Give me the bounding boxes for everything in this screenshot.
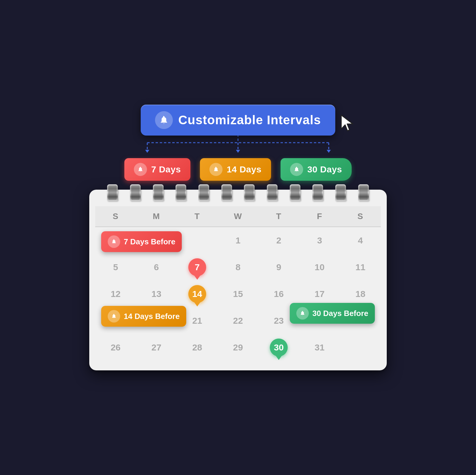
cal-cell-22: 22 (217, 312, 258, 329)
cal-cell-4: 4 (340, 232, 381, 249)
spiral-9 (290, 184, 300, 201)
cal-cell-6: 6 (136, 259, 177, 276)
cal-cell-28: 28 (177, 339, 217, 356)
badge-14days: 14 Days (200, 158, 271, 181)
cal-cell-10: 10 (299, 259, 340, 276)
day-circle-30: 30 (270, 339, 288, 356)
spiral-12 (358, 184, 369, 201)
weekday-sun: S (95, 206, 136, 227)
cal-cell-7: 7 (177, 255, 217, 280)
spiral-binding (89, 184, 387, 201)
calendar-header: S M T W T F S (95, 206, 381, 227)
day-circle-7: 7 (188, 258, 206, 276)
cal-cell-1: 1 (217, 232, 258, 249)
cal-cell-11: 11 (340, 259, 381, 276)
svg-marker-7 (236, 150, 240, 153)
bell-30days-icon (290, 163, 303, 176)
badge-14days-label: 14 Days (227, 164, 262, 174)
spiral-5 (198, 184, 209, 201)
main-scene: Customizable Intervals (74, 105, 402, 370)
cal-cell-9: 9 (259, 259, 299, 276)
svg-marker-6 (145, 150, 149, 153)
label-30days-before: 30 Days Before (290, 303, 375, 324)
label-14days-before-text: 14 Days Before (124, 312, 180, 321)
spiral-7 (244, 184, 255, 201)
customizable-intervals-button[interactable]: Customizable Intervals (141, 105, 335, 136)
cal-cell-12: 12 (95, 285, 136, 303)
label-14days-before: 14 Days Before (101, 306, 186, 327)
bell-30days-before-icon (296, 307, 309, 320)
spiral-8 (267, 184, 278, 201)
svg-marker-0 (341, 115, 353, 131)
bell-7days-before-icon (108, 235, 120, 248)
spiral-3 (153, 184, 164, 201)
svg-marker-8 (327, 150, 331, 153)
bell-icon (155, 111, 173, 129)
weekday-wed: W (217, 206, 258, 227)
cal-cell-15: 15 (217, 285, 258, 303)
cal-cell-3: 3 (299, 232, 340, 249)
cal-cell-empty-3 (177, 237, 217, 244)
cal-row-2: 5 6 7 8 9 10 11 (95, 254, 381, 281)
weekday-mon: M (136, 206, 177, 227)
bell-14days-icon (209, 163, 223, 176)
calendar: S M T W T F S 7 Days Before (89, 190, 387, 370)
cal-cell-31: 31 (299, 339, 340, 356)
label-7days-before: 7 Days Before (101, 231, 182, 252)
calendar-grid: 7 Days Before 1 2 3 4 5 6 7 8 9 (95, 227, 381, 361)
cal-cell-14: 14 (177, 281, 217, 306)
cal-row-5: 26 27 28 29 30 31 (95, 334, 381, 361)
cal-cell-5: 5 (95, 259, 136, 276)
top-area: Customizable Intervals (141, 105, 335, 136)
weekday-tue: T (177, 206, 217, 227)
spiral-11 (335, 184, 346, 201)
cal-cell-30: 30 (259, 335, 299, 360)
label-30days-before-text: 30 Days Before (312, 309, 368, 318)
badges-row: 7 Days 14 Days 30 Days (124, 158, 352, 181)
badge-30days: 30 Days (281, 158, 352, 181)
bell-14days-before-icon (108, 310, 120, 323)
cal-cell-27: 27 (136, 339, 177, 356)
cal-cell-13: 13 (136, 285, 177, 303)
cal-cell-29: 29 (217, 339, 258, 356)
cal-cell-2: 2 (259, 232, 299, 249)
spiral-6 (221, 184, 232, 201)
day-circle-14: 14 (188, 285, 206, 303)
bell-7days-icon (134, 163, 147, 176)
badge-30days-label: 30 Days (307, 164, 342, 174)
cal-cell-26: 26 (95, 339, 136, 356)
cal-cell-empty-end (340, 344, 381, 351)
button-label: Customizable Intervals (178, 113, 321, 127)
badge-7days: 7 Days (124, 158, 190, 181)
cursor-icon (340, 114, 356, 134)
spiral-2 (130, 184, 141, 201)
label-7days-before-text: 7 Days Before (124, 237, 175, 246)
badge-7days-label: 7 Days (151, 164, 181, 174)
cal-cell-17: 17 (299, 285, 340, 303)
spiral-10 (312, 184, 323, 201)
weekday-thu: T (259, 206, 299, 227)
weekday-sat: S (340, 206, 381, 227)
spiral-4 (176, 184, 186, 201)
connector-lines (104, 134, 372, 158)
cal-cell-18: 18 (340, 285, 381, 303)
spiral-1 (107, 184, 118, 201)
weekday-fri: F (299, 206, 340, 227)
cal-cell-16: 16 (259, 285, 299, 303)
cal-cell-8: 8 (217, 259, 258, 276)
